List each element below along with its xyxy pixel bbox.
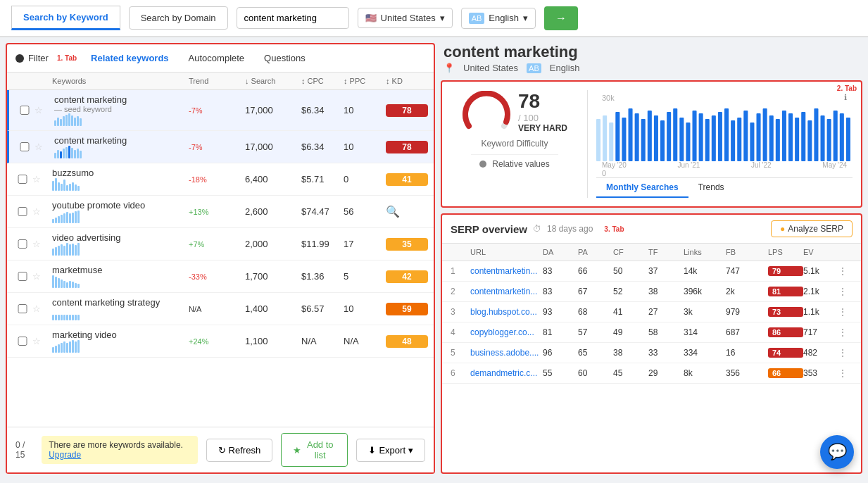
- serp-url-5[interactable]: business.adobe....: [470, 348, 543, 358]
- kd-divider: [587, 90, 588, 198]
- row2-checkbox[interactable]: [15, 142, 34, 151]
- row6-trend-pct: -33%: [189, 272, 245, 281]
- row3-star-icon[interactable]: ☆: [32, 174, 52, 184]
- col-search[interactable]: ↓ Search: [245, 77, 301, 85]
- right-subtitle: 📍 United States AB English: [441, 61, 862, 75]
- row5-star-icon[interactable]: ☆: [32, 239, 52, 249]
- upgrade-link[interactable]: Upgrade: [49, 450, 81, 460]
- x-label-4: May '24: [822, 161, 847, 169]
- row5-checkbox[interactable]: [13, 239, 32, 249]
- monthly-chart-section: 30k ℹ: [596, 90, 853, 198]
- export-button[interactable]: ⬇ Export ▾: [356, 439, 425, 462]
- tab-search-by-keyword[interactable]: Search by Keyword: [11, 6, 120, 30]
- serp-more-6[interactable]: ⋮: [838, 368, 853, 378]
- row1-checkbox[interactable]: [15, 106, 34, 115]
- row4-ppc: 56: [344, 206, 386, 217]
- col-ppc[interactable]: ↕ PPC: [344, 77, 386, 85]
- serp-url-1[interactable]: contentmarketin...: [470, 266, 543, 276]
- serp-more-1[interactable]: ⋮: [838, 266, 853, 276]
- tab-autocomplete[interactable]: Autocomplete: [183, 50, 251, 66]
- keyword-search-input[interactable]: [237, 7, 349, 29]
- add-to-list-button[interactable]: ★ Add to list: [281, 433, 348, 467]
- row6-checkbox[interactable]: [13, 272, 32, 281]
- serp-col-url[interactable]: URL: [470, 248, 543, 256]
- svg-rect-9: [654, 115, 658, 161]
- row7-checkbox[interactable]: [13, 304, 32, 313]
- serp-da-2: 83: [543, 287, 578, 296]
- tab-questions[interactable]: Questions: [258, 50, 311, 66]
- serp-url-6[interactable]: demandmetric.c...: [470, 368, 543, 378]
- star-icon: ★: [293, 445, 301, 456]
- serp-col-tf[interactable]: TF: [648, 248, 684, 256]
- row8-star-icon[interactable]: ☆: [32, 336, 52, 346]
- serp-col-ev[interactable]: EV: [803, 248, 838, 256]
- serp-more-5[interactable]: ⋮: [838, 348, 853, 358]
- serp-col-fb[interactable]: FB: [726, 248, 768, 256]
- main-content: Filter 1. Tab Related keywords Autocompl…: [0, 37, 868, 479]
- serp-links-2: 396k: [684, 287, 726, 296]
- row6-star-icon[interactable]: ☆: [32, 271, 52, 282]
- country-selector[interactable]: 🇺🇸 United States ▾: [358, 8, 453, 28]
- table-row: ☆ content marketing — seed keyword -7% 1…: [7, 90, 434, 131]
- col-cpc[interactable]: ↕ CPC: [301, 77, 344, 85]
- table-row: ☆ buzzsumo -18% 6,400 $5.71 0 41: [7, 163, 434, 196]
- kd-max: / 100: [518, 113, 567, 123]
- language-selector[interactable]: AB English ▾: [461, 8, 536, 29]
- rel-dot-icon: [479, 161, 486, 168]
- serp-cf-6: 45: [613, 368, 648, 378]
- kd-section-title: Keyword Difficulty: [481, 139, 548, 149]
- row3-checkbox[interactable]: [13, 175, 32, 184]
- svg-rect-20: [724, 108, 729, 161]
- row4-checkbox[interactable]: [13, 207, 32, 216]
- serp-col-da[interactable]: DA: [543, 248, 578, 256]
- col-kd[interactable]: ↕ KD: [386, 77, 428, 85]
- row3-keyword: buzzsumo: [52, 168, 189, 178]
- flag-icon: 🇺🇸: [365, 13, 377, 23]
- serp-more-3[interactable]: ⋮: [838, 307, 853, 317]
- serp-rank-2: 2: [451, 287, 470, 296]
- row7-star-icon[interactable]: ☆: [32, 303, 52, 314]
- filter-toggle[interactable]: Filter: [15, 53, 49, 63]
- row1-star-icon[interactable]: ☆: [34, 105, 54, 115]
- tab-search-by-domain[interactable]: Search by Domain: [129, 6, 228, 30]
- serp-url-3[interactable]: blog.hubspot.co...: [470, 307, 543, 317]
- serp-col-pa[interactable]: PA: [578, 248, 613, 256]
- row2-ppc: 10: [344, 142, 386, 152]
- row2-star-icon[interactable]: ☆: [34, 142, 54, 152]
- serp-col-links[interactable]: Links: [684, 248, 726, 256]
- svg-rect-0: [596, 119, 600, 161]
- col-trend[interactable]: Trend: [189, 77, 245, 85]
- row8-trend-pct: +24%: [189, 337, 245, 346]
- tab-related-keywords[interactable]: Related keywords: [85, 50, 175, 66]
- serp-fb-5: 16: [726, 348, 768, 358]
- serp-col-lps[interactable]: LPS: [768, 248, 803, 256]
- serp-col-cf[interactable]: CF: [613, 248, 648, 256]
- col-keywords[interactable]: Keywords: [52, 77, 189, 85]
- count-display: 0 / 15: [15, 440, 33, 460]
- serp-more-4[interactable]: ⋮: [838, 327, 853, 337]
- serp-da-1: 83: [543, 266, 578, 276]
- serp-row: 2 contentmarketin... 83 67 52 38 396k 2k…: [442, 282, 861, 302]
- refresh-button[interactable]: ↻ Refresh: [206, 439, 273, 462]
- serp-more-2[interactable]: ⋮: [838, 287, 853, 296]
- chat-bubble[interactable]: 💬: [820, 435, 854, 469]
- serp-header: SERP overview ⏱ 18 days ago 3. Tab ● Ana…: [442, 215, 861, 244]
- serp-links-5: 334: [684, 348, 726, 358]
- row8-search: 1,100: [245, 336, 301, 346]
- row8-cpc: N/A: [301, 336, 344, 346]
- row5-ppc: 17: [344, 239, 386, 249]
- row1-search: 17,000: [245, 105, 301, 115]
- serp-url-4[interactable]: copyblogger.co...: [470, 327, 543, 337]
- serp-cf-2: 52: [613, 287, 648, 296]
- tab-trends[interactable]: Trends: [688, 178, 734, 198]
- relative-values-row: Relative values: [471, 154, 558, 173]
- analyze-serp-button[interactable]: ● Analyze SERP: [771, 220, 853, 237]
- serp-url-2[interactable]: contentmarketin...: [470, 287, 543, 296]
- go-button[interactable]: →: [544, 6, 578, 30]
- tab-monthly-searches[interactable]: Monthly Searches: [596, 178, 688, 198]
- kd-difficulty-label: VERY HARD: [518, 123, 567, 133]
- svg-rect-8: [648, 111, 652, 161]
- row8-checkbox[interactable]: [13, 337, 32, 346]
- kd-card: 78 / 100 VERY HARD Keyword Difficulty Re…: [451, 90, 579, 198]
- row4-star-icon[interactable]: ☆: [32, 206, 52, 217]
